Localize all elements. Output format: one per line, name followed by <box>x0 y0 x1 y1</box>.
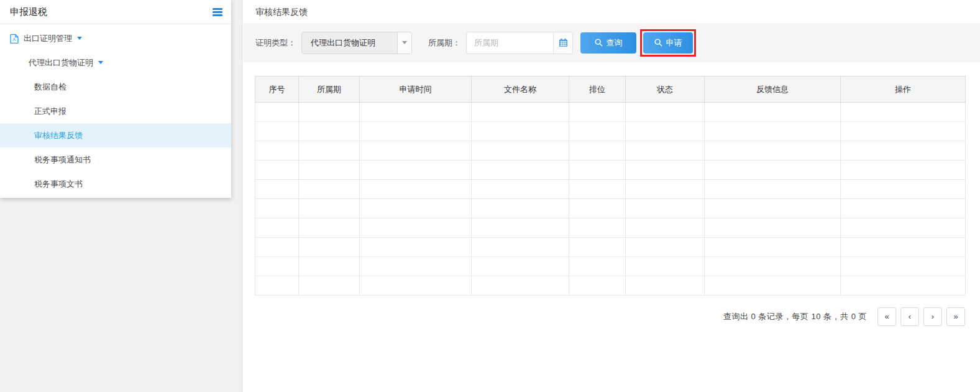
table-cell <box>569 238 626 257</box>
table-cell <box>360 103 472 122</box>
table-cell <box>841 199 966 218</box>
period-input[interactable] <box>467 32 553 54</box>
period-input-group <box>466 32 573 54</box>
app-window: 申报退税 出口证明管理 代理出口货物证明 <box>0 0 980 392</box>
table-row <box>255 199 966 218</box>
table-cell <box>705 161 841 180</box>
table-cell <box>360 161 472 180</box>
period-label: 所属期： <box>428 37 460 49</box>
table-cell <box>299 161 360 180</box>
left-panel: 申报退税 出口证明管理 代理出口货物证明 <box>0 0 242 392</box>
table-row <box>255 257 966 276</box>
table-cell <box>255 161 299 180</box>
table-cell <box>569 103 626 122</box>
table-cell <box>255 122 299 141</box>
cert-type-select[interactable]: 代理出口货物证明 <box>301 32 412 54</box>
table-row <box>255 218 966 238</box>
table-cell <box>255 141 299 161</box>
column-header: 状态 <box>626 77 705 103</box>
table-row <box>255 103 966 122</box>
table-cell <box>841 103 966 122</box>
sidebar-item-label: 税务事项通知书 <box>34 154 91 166</box>
calendar-icon[interactable] <box>553 32 572 54</box>
column-header: 序号 <box>255 77 299 103</box>
table-cell <box>626 141 705 161</box>
table-row <box>255 238 966 257</box>
table-cell <box>705 180 841 199</box>
table-cell <box>255 257 299 276</box>
sidebar-item-label: 出口证明管理 <box>24 33 72 44</box>
sidebar-item-export-cert-management[interactable]: 出口证明管理 <box>0 26 231 50</box>
sidebar-item-label: 正式申报 <box>34 106 66 117</box>
column-header: 申请时间 <box>360 77 472 103</box>
table-cell <box>472 180 569 199</box>
filter-bar: 证明类型： 代理出口货物证明 所属期： <box>243 23 980 62</box>
apply-button[interactable]: 申请 <box>643 32 693 54</box>
sidebar-item-review-result-feedback[interactable]: 审核结果反馈 <box>0 123 231 147</box>
column-header: 所属期 <box>299 77 360 103</box>
sidebar-item-label: 审核结果反馈 <box>34 130 83 141</box>
column-header: 操作 <box>841 77 966 103</box>
table-cell <box>569 199 626 218</box>
table-cell <box>626 180 705 199</box>
table-cell <box>255 103 299 122</box>
table-cell <box>299 180 360 199</box>
table-row <box>255 161 966 180</box>
sidebar-header: 申报退税 <box>0 0 231 24</box>
table-cell <box>472 276 569 296</box>
column-header: 文件名称 <box>472 77 569 103</box>
sidebar-item-label: 数据自检 <box>34 82 66 93</box>
table-cell <box>569 122 626 141</box>
pagination-summary: 查询出 0 条记录，每页 10 条，共 0 页 <box>723 311 867 322</box>
table-cell <box>705 122 841 141</box>
query-button[interactable]: 查询 <box>580 32 636 54</box>
table-cell <box>299 276 360 296</box>
hamburger-icon[interactable] <box>211 6 224 19</box>
sidebar-item-formal-declaration[interactable]: 正式申报 <box>0 99 231 123</box>
table-cell <box>299 238 360 257</box>
pagination: 查询出 0 条记录，每页 10 条，共 0 页 « ‹ › » <box>243 307 980 326</box>
table-cell <box>626 276 705 296</box>
prev-page-button[interactable]: ‹ <box>900 307 919 326</box>
first-page-button[interactable]: « <box>877 307 896 326</box>
table-cell <box>360 122 472 141</box>
table-row <box>255 141 966 161</box>
table-cell <box>705 103 841 122</box>
table-cell <box>255 238 299 257</box>
table-cell <box>841 218 966 238</box>
table-cell <box>472 257 569 276</box>
table-cell <box>626 103 705 122</box>
chevron-down-icon[interactable] <box>397 32 411 54</box>
table-cell <box>472 122 569 141</box>
table-cell <box>360 257 472 276</box>
sidebar-item-agent-export-goods-cert[interactable]: 代理出口货物证明 <box>0 50 231 75</box>
table-cell <box>569 161 626 180</box>
sidebar-item-data-self-check[interactable]: 数据自检 <box>0 75 231 99</box>
table-cell <box>472 238 569 257</box>
sidebar-item-tax-matter-document[interactable]: 税务事项文书 <box>0 172 231 196</box>
table-cell <box>569 180 626 199</box>
table-cell <box>626 122 705 141</box>
table-cell <box>360 238 472 257</box>
table-cell <box>299 122 360 141</box>
cert-type-label: 证明类型： <box>255 37 296 49</box>
pdf-file-icon <box>10 34 19 44</box>
table-row <box>255 276 966 296</box>
next-page-button[interactable]: › <box>923 307 942 326</box>
table-cell <box>255 180 299 199</box>
table-cell <box>841 141 966 161</box>
cert-type-selected-value: 代理出口货物证明 <box>302 32 397 54</box>
sidebar-item-tax-matter-notice[interactable]: 税务事项通知书 <box>0 147 231 172</box>
table-cell <box>299 141 360 161</box>
caret-down-icon <box>77 37 82 40</box>
table-cell <box>841 180 966 199</box>
table-cell <box>472 161 569 180</box>
table-cell <box>255 199 299 218</box>
table-cell <box>360 218 472 238</box>
table-cell <box>472 103 569 122</box>
table-cell <box>626 238 705 257</box>
last-page-button[interactable]: » <box>946 307 965 326</box>
annotation-highlight-box: 申请 <box>640 29 696 57</box>
table-cell <box>472 218 569 238</box>
table-cell <box>360 141 472 161</box>
